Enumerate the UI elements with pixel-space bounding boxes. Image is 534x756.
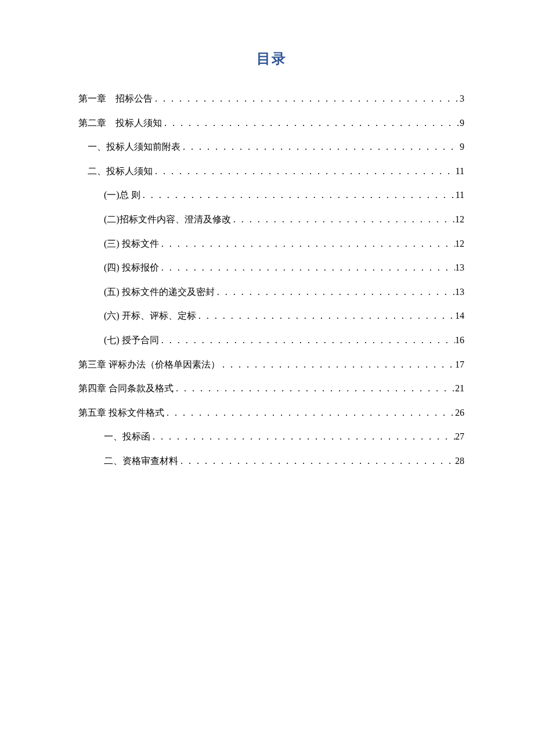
toc-entry: 一、投标函27 bbox=[78, 424, 464, 449]
toc-label: 第四章 合同条款及格式 bbox=[78, 376, 174, 401]
toc-leader-dots bbox=[231, 207, 455, 232]
toc-page-number: 11 bbox=[456, 183, 464, 207]
toc-leader-dots bbox=[159, 255, 455, 280]
toc-leader-dots bbox=[181, 135, 460, 159]
toc-entry: (六) 开标、评标、定标14 bbox=[78, 304, 464, 328]
toc-label: (五) 投标文件的递交及密封 bbox=[104, 280, 215, 304]
toc-leader-dots bbox=[153, 159, 456, 183]
toc-page-number: 14 bbox=[455, 304, 464, 328]
toc-entry: 第一章 招标公告3 bbox=[78, 87, 464, 111]
toc-leader-dots bbox=[174, 376, 455, 401]
toc-entry: (一)总 则11 bbox=[78, 183, 464, 207]
toc-label: (七) 授予合同 bbox=[104, 328, 159, 352]
toc-leader-dots bbox=[140, 183, 456, 207]
toc-entry: 第三章 评标办法（价格单因素法）17 bbox=[78, 352, 464, 377]
toc-page-number: 13 bbox=[455, 280, 464, 304]
toc-leader-dots bbox=[215, 280, 455, 304]
toc-leader-dots bbox=[162, 111, 460, 135]
toc-page-number: 3 bbox=[460, 87, 464, 111]
toc-entry: (七) 授予合同16 bbox=[78, 328, 464, 352]
toc-label: 第五章 投标文件格式 bbox=[78, 401, 164, 425]
toc-leader-dots bbox=[153, 87, 460, 111]
toc-entry: (四) 投标报价13 bbox=[78, 255, 464, 280]
toc-label: 一、投标函 bbox=[104, 424, 150, 449]
toc-leader-dots bbox=[178, 449, 455, 473]
toc-page-number: 26 bbox=[455, 401, 464, 425]
toc-leader-dots bbox=[159, 232, 455, 256]
toc-label: 二、投标人须知 bbox=[88, 159, 153, 183]
toc-label: 第一章 招标公告 bbox=[78, 87, 153, 111]
toc-entry: 第四章 合同条款及格式21 bbox=[78, 376, 464, 401]
toc-page-number: 11 bbox=[456, 159, 464, 183]
toc-entry: (三) 投标文件12 bbox=[78, 232, 464, 256]
toc-page-number: 9 bbox=[460, 111, 464, 135]
toc-page-number: 28 bbox=[455, 449, 464, 473]
toc-page-number: 13 bbox=[455, 255, 464, 280]
toc-page-number: 21 bbox=[455, 376, 464, 401]
toc-entry: 二、资格审查材料28 bbox=[78, 449, 464, 473]
toc-leader-dots bbox=[164, 401, 455, 425]
toc-entry: (二)招标文件内容、澄清及修改12 bbox=[78, 207, 464, 232]
toc-leader-dots bbox=[196, 304, 455, 328]
toc-page-number: 16 bbox=[455, 328, 464, 352]
toc-entry: 第二章 投标人须知9 bbox=[78, 111, 464, 135]
toc-entry: 一、投标人须知前附表9 bbox=[78, 135, 464, 159]
page-title: 目录 bbox=[78, 49, 464, 68]
toc-label: 一、投标人须知前附表 bbox=[88, 135, 181, 159]
toc-label: (四) 投标报价 bbox=[104, 255, 159, 280]
toc-page-number: 12 bbox=[455, 207, 464, 232]
toc-leader-dots bbox=[220, 352, 455, 377]
table-of-contents: 第一章 招标公告3第二章 投标人须知9一、投标人须知前附表9二、投标人须知11(… bbox=[78, 87, 464, 473]
toc-entry: 第五章 投标文件格式26 bbox=[78, 401, 464, 425]
toc-label: (二)招标文件内容、澄清及修改 bbox=[104, 207, 231, 232]
toc-leader-dots bbox=[150, 424, 455, 449]
toc-page-number: 12 bbox=[455, 232, 464, 256]
toc-label: (三) 投标文件 bbox=[104, 232, 159, 256]
toc-label: 二、资格审查材料 bbox=[104, 449, 178, 473]
toc-label: (一)总 则 bbox=[104, 183, 140, 207]
toc-label: (六) 开标、评标、定标 bbox=[104, 304, 196, 328]
toc-page-number: 17 bbox=[455, 352, 464, 377]
toc-entry: 二、投标人须知11 bbox=[78, 159, 464, 183]
toc-entry: (五) 投标文件的递交及密封13 bbox=[78, 280, 464, 304]
toc-label: 第三章 评标办法（价格单因素法） bbox=[78, 352, 220, 377]
toc-label: 第二章 投标人须知 bbox=[78, 111, 162, 135]
toc-page-number: 27 bbox=[455, 424, 464, 449]
toc-page-number: 9 bbox=[460, 135, 464, 159]
toc-leader-dots bbox=[159, 328, 455, 352]
